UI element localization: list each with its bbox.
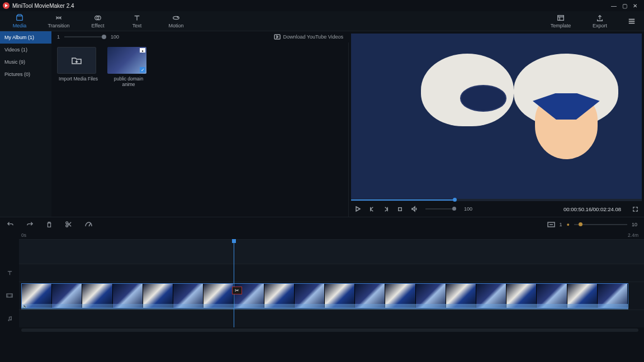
fit-timeline-button[interactable] (547, 222, 555, 227)
split-button[interactable] (65, 221, 72, 228)
timeline-scrollbar[interactable] (0, 327, 644, 333)
music-track-icon (0, 309, 19, 327)
undo-button[interactable] (7, 221, 14, 228)
play-button[interactable] (354, 206, 361, 212)
thumb-size-min: 1 (57, 34, 60, 40)
next-frame-button[interactable] (383, 206, 389, 212)
thumb-size-max: 100 (111, 34, 119, 40)
video-indicator-icon: ▸ (140, 48, 145, 53)
maximize-button[interactable]: ▢ (622, 3, 627, 9)
tool-label: Template (551, 23, 571, 28)
volume-slider[interactable] (425, 208, 456, 209)
download-youtube-link[interactable]: Download YouTube Videos (274, 34, 343, 40)
video-track-icon (0, 282, 19, 309)
tab-label: Motion (168, 23, 183, 28)
tab-label: Effect (92, 23, 105, 28)
tab-label: Transition (48, 23, 69, 28)
seek-bar[interactable] (351, 199, 642, 201)
check-icon: ✓ (140, 67, 145, 73)
volume-value: 100 (464, 206, 472, 212)
main-toolbar: Media Transition Effect Text Motion Temp… (0, 11, 644, 31)
timeline-toolbar: 1 ● 10 (0, 217, 644, 231)
export-button[interactable]: Export (580, 14, 619, 28)
minimize-button[interactable]: — (611, 3, 617, 9)
fullscreen-button[interactable] (632, 206, 638, 212)
close-button[interactable]: ✕ (633, 3, 637, 9)
audio-waveform: 🔊 (21, 304, 628, 309)
timeline: 0s 2.4m 🔊 ✂ (0, 231, 644, 333)
titlebar: MiniTool MovieMaker 2.4 — ▢ ✕ (0, 0, 644, 11)
tab-text[interactable]: Text (117, 11, 157, 31)
preview-frame (351, 34, 642, 199)
preview-viewport[interactable] (351, 34, 642, 199)
volume-icon[interactable] (411, 206, 418, 212)
tab-media[interactable]: Media (0, 11, 39, 31)
music-track[interactable] (19, 309, 644, 327)
tab-effect[interactable]: Effect (78, 11, 117, 31)
zoom-max: 10 (632, 222, 637, 227)
tab-motion[interactable]: Motion (157, 11, 196, 31)
app-logo-icon (2, 2, 10, 9)
media-clip-item[interactable]: ▸ ✓ public domain anime (107, 47, 150, 87)
text-track[interactable] (19, 264, 644, 282)
sidebar-item-videos[interactable]: Videos (1) (0, 44, 51, 56)
svg-rect-6 (558, 15, 564, 20)
stop-button[interactable] (397, 206, 403, 212)
import-media-button[interactable]: Import Media Files (57, 47, 100, 82)
thumb-size-slider[interactable] (64, 36, 106, 37)
media-grid: Import Media Files ▸ ✓ public domain ani… (51, 42, 349, 217)
timeline-ruler[interactable]: 0s 2.4m (0, 231, 644, 239)
svg-rect-1 (17, 16, 23, 20)
media-sidebar: My Album (1) Videos (1) Music (9) Pictur… (0, 31, 51, 217)
playhead[interactable] (234, 239, 234, 327)
sidebar-item-my-album[interactable]: My Album (1) (0, 31, 51, 44)
delete-button[interactable] (46, 221, 53, 228)
app-title: MiniTool MovieMaker 2.4 (12, 3, 74, 9)
svg-rect-8 (399, 207, 402, 211)
svg-point-9 (66, 222, 68, 224)
menu-button[interactable] (619, 17, 644, 25)
sidebar-item-music[interactable]: Music (9) (0, 56, 51, 68)
prev-frame-button[interactable] (369, 206, 375, 212)
tab-label: Text (132, 23, 142, 28)
svg-point-10 (66, 225, 68, 227)
speaker-icon: 🔊 (22, 304, 27, 309)
redo-button[interactable] (26, 221, 34, 228)
zoom-slider[interactable] (574, 224, 627, 225)
speed-button[interactable] (84, 221, 92, 228)
tab-transition[interactable]: Transition (39, 11, 78, 31)
time-display: 00:00:50.16/00:02:24.08 (564, 206, 621, 212)
svg-point-5 (177, 16, 178, 17)
text-track-icon (0, 264, 19, 282)
media-header: 1 100 Download YouTube Videos (51, 31, 349, 42)
video-track[interactable]: 🔊 (19, 282, 644, 309)
track-empty-top[interactable] (19, 239, 644, 264)
tool-label: Export (593, 23, 607, 28)
zoom-min: 1 (560, 222, 562, 227)
split-marker[interactable]: ✂ (232, 287, 242, 294)
preview-panel: 100 00:00:50.16/00:02:24.08 (349, 31, 644, 217)
template-button[interactable]: Template (541, 14, 580, 28)
sidebar-item-pictures[interactable]: Pictures (0) (0, 68, 51, 80)
tab-label: Media (13, 23, 27, 28)
